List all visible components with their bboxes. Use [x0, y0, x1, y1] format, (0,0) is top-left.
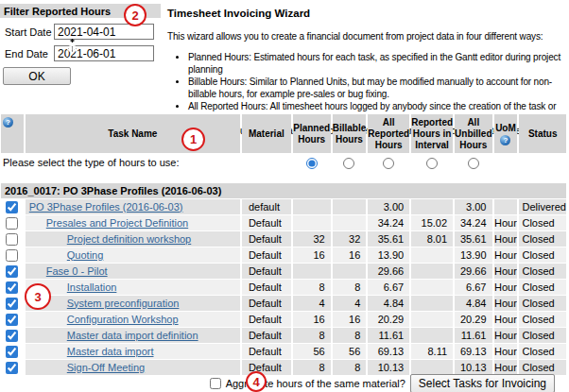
bullet-billable-hours: Billable Hours: Similar to Planned Units… — [188, 76, 569, 100]
all-reported-hours-cell: 6.67 — [368, 280, 409, 295]
billable-hours-cell: 4 — [333, 296, 367, 311]
task-checkbox[interactable] — [6, 249, 18, 262]
planned-hours-cell: 16 — [293, 247, 331, 263]
select-tasks-for-invoicing-button[interactable]: Select Tasks for Invoicing — [410, 374, 555, 392]
table-row: Configuration WorkshopDefault161620.2920… — [1, 312, 566, 327]
all-reported-hours-cell: 4.84 — [368, 296, 409, 311]
all-unbilled-hours-cell: 29.66 — [455, 264, 491, 279]
task-link[interactable]: Fase 0 - Pilot — [46, 265, 108, 277]
billable-hours-cell: 8 — [333, 280, 367, 295]
material-cell: Default — [242, 344, 291, 359]
planned-hours-cell: 8 — [293, 328, 331, 343]
status-cell: Delivered — [519, 199, 566, 214]
task-link[interactable]: PO 3Phase Profiles (2016-06-03) — [29, 201, 183, 213]
aggregate-checkbox[interactable] — [210, 378, 221, 389]
task-checkbox[interactable] — [6, 298, 18, 310]
task-name-cell: PO 3Phase Profiles (2016-06-03) — [26, 199, 240, 214]
task-link[interactable]: Installation — [67, 281, 117, 293]
billable-hours-cell: 16 — [333, 247, 367, 263]
planned-hours-cell: 32 — [293, 231, 331, 247]
uom-cell: Hour — [494, 328, 518, 343]
task-link[interactable]: Master data import — [67, 346, 154, 357]
help-icon[interactable]: ? — [3, 117, 13, 128]
all-reported-hours-cell: 34.24 — [368, 215, 409, 230]
header-status: Status — [519, 114, 566, 153]
table-body: Please select the type of hours to use: … — [1, 154, 566, 375]
uom-cell: Hour — [494, 231, 518, 247]
task-link[interactable]: Sign-Off Meeting — [67, 362, 145, 373]
hours-radio-all-reported[interactable] — [383, 158, 394, 169]
material-cell: Default — [242, 296, 291, 311]
all-unbilled-hours-cell: 34.24 — [455, 215, 491, 230]
task-link[interactable]: Project definition workshop — [67, 233, 191, 245]
reported-hours-interval-cell — [411, 296, 453, 311]
task-checkbox[interactable] — [6, 217, 18, 230]
all-unbilled-hours-cell: 11.61 — [455, 328, 491, 343]
status-cell: Closed — [519, 264, 566, 279]
task-checkbox[interactable] — [6, 201, 18, 213]
task-name-cell: Project definition workshop — [26, 231, 240, 247]
row-select-cell — [1, 296, 24, 311]
header-billable-hours: Billable Hours — [333, 114, 367, 153]
uom-cell: Hour — [494, 280, 518, 295]
task-link[interactable]: Quoting — [67, 249, 104, 261]
all-reported-hours-cell: 29.66 — [368, 264, 409, 279]
header-material: Material — [242, 114, 291, 153]
all-reported-hours-cell: 11.61 — [368, 328, 409, 343]
annotation-circle-3: 3 — [25, 283, 51, 310]
hours-radio-billable[interactable] — [343, 158, 354, 169]
task-checkbox[interactable] — [6, 233, 18, 246]
task-checkbox[interactable] — [6, 346, 18, 358]
table-row: Presales and Project DefinitionDefault34… — [1, 215, 566, 230]
mouse-move-cursor-icon — [64, 38, 80, 59]
reported-hours-interval-cell — [411, 280, 453, 295]
material-cell: Default — [242, 247, 291, 263]
ok-button[interactable]: OK — [3, 67, 71, 85]
row-select-cell — [1, 344, 24, 359]
task-name-cell: Configuration Workshop — [26, 312, 240, 327]
status-cell: Closed — [519, 247, 566, 263]
task-checkbox[interactable] — [6, 314, 18, 326]
billable-hours-cell: 32 — [333, 231, 367, 247]
task-checkbox[interactable] — [6, 265, 18, 278]
task-link[interactable]: System preconfiguration — [67, 298, 180, 309]
task-name-cell: Installation — [26, 280, 240, 295]
material-cell: Default — [242, 328, 291, 343]
hours-radio-unbilled[interactable] — [468, 158, 479, 169]
all-reported-hours-cell: 13.90 — [368, 247, 409, 263]
task-link[interactable]: Presales and Project Definition — [46, 217, 188, 229]
table-row: System preconfigurationDefault444.844.84… — [1, 296, 566, 311]
uom-cell: Hour — [494, 215, 518, 230]
table-row: QuotingDefault161613.9013.90HourClosed — [1, 247, 566, 263]
reported-hours-interval-cell — [411, 312, 453, 327]
header-all-unbilled-hours: All Unbilled Hours — [455, 114, 491, 153]
all-unbilled-hours-cell: 6.67 — [455, 280, 491, 295]
task-name-cell: Quoting — [26, 247, 240, 263]
annotation-circle-4: 4 — [246, 371, 267, 392]
task-link[interactable]: Configuration Workshop — [67, 314, 179, 325]
status-cell: Closed — [519, 360, 566, 375]
reported-hours-interval-cell — [411, 264, 453, 279]
all-unbilled-hours-cell: 13.90 — [455, 247, 491, 263]
status-cell: Closed — [519, 328, 566, 343]
material-cell: Default — [242, 231, 291, 247]
help-icon[interactable]: ? — [500, 135, 510, 145]
task-link[interactable]: Master data import definition — [67, 330, 198, 341]
task-checkbox[interactable] — [6, 362, 18, 374]
row-select-cell — [1, 231, 24, 247]
task-checkbox[interactable] — [6, 330, 18, 342]
planned-hours-cell — [293, 199, 331, 214]
hours-radio-interval[interactable] — [426, 158, 438, 169]
task-name-cell: Sign-Off Meeting — [26, 360, 240, 375]
planned-hours-cell: 8 — [293, 360, 331, 375]
task-name-cell: Master data import — [26, 344, 240, 359]
material-cell: Default — [242, 215, 291, 230]
all-reported-hours-cell: 10.13 — [368, 360, 409, 375]
material-cell: Default — [242, 280, 291, 295]
hours-radio-planned[interactable] — [306, 158, 318, 169]
uom-cell: Hour — [494, 296, 518, 311]
planned-hours-cell: 4 — [293, 296, 331, 311]
planned-hours-cell: 16 — [293, 312, 331, 327]
all-reported-hours-cell: 3.00 — [368, 199, 409, 214]
task-checkbox[interactable] — [6, 281, 18, 294]
